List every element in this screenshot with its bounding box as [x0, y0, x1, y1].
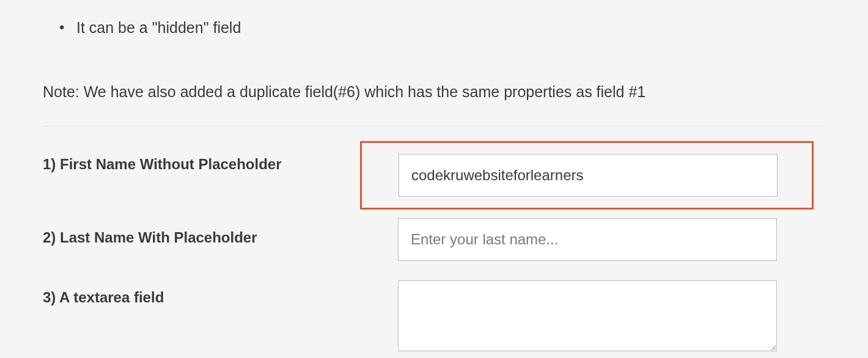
form-row-last-name: 2) Last Name With Placeholder — [43, 218, 825, 261]
form-row-first-name: 1) First Name Without Placeholder — [43, 144, 825, 210]
divider — [43, 126, 825, 126]
note-text: Note: We have also added a duplicate fie… — [43, 81, 825, 103]
first-name-highlight — [360, 141, 814, 210]
textarea-label: 3) A textarea field — [43, 280, 364, 306]
last-name-label: 2) Last Name With Placeholder — [43, 218, 364, 246]
bullet-list: It can be a "hidden" field — [43, 17, 825, 38]
first-name-input[interactable] — [399, 154, 778, 197]
form-row-textarea: 3) A textarea field — [43, 280, 825, 351]
bullet-item-hidden: It can be a "hidden" field — [76, 17, 825, 38]
first-name-label: 1) First Name Without Placeholder — [43, 144, 364, 173]
textarea-field[interactable] — [398, 280, 777, 351]
last-name-input[interactable] — [398, 218, 777, 261]
content-container: It can be a "hidden" field Note: We have… — [0, 17, 868, 351]
